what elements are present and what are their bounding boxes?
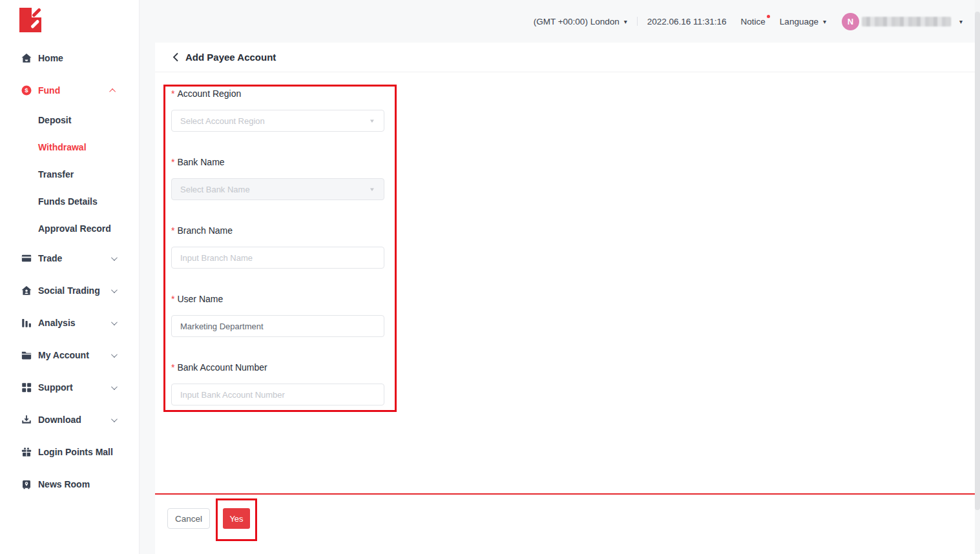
form-group-user-name: *User Name: [171, 294, 384, 337]
caret-down-icon: ▾: [959, 18, 963, 25]
scrollbar-track[interactable]: [975, 0, 980, 554]
user-menu[interactable]: N ▾: [842, 13, 963, 30]
social-trading-icon: [21, 285, 32, 296]
notification-dot: [767, 15, 770, 18]
chevron-down-icon: [111, 416, 118, 422]
brand-logo-icon[interactable]: [19, 8, 41, 32]
sidebar-subitem-label: Withdrawal: [38, 142, 87, 152]
chevron-up-icon: [109, 88, 116, 94]
caret-down-icon: ▾: [624, 18, 627, 25]
page-title: Add Payee Account: [185, 52, 276, 63]
home-icon: [21, 52, 32, 64]
gift-icon: [21, 446, 32, 458]
form-group-account-region: *Account Region Select Account Region ▼: [171, 88, 384, 132]
fund-submenu: Deposit Withdrawal Transfer Funds Detail…: [0, 107, 139, 242]
sidebar-item-news-room[interactable]: News Room: [0, 468, 139, 500]
download-icon: [21, 414, 32, 426]
branch-name-input[interactable]: [171, 247, 384, 269]
avatar: N: [842, 13, 859, 30]
page-header: Add Payee Account: [155, 43, 975, 72]
username-redacted: [862, 17, 951, 26]
footer-divider-line: [155, 493, 975, 495]
sidebar-item-label: Download: [38, 415, 81, 425]
notice-label: Notice: [741, 17, 766, 26]
notice-link[interactable]: Notice: [741, 17, 766, 26]
bank-name-label: *Bank Name: [171, 157, 384, 167]
sidebar-nav: Home $ Fund Deposit Withdrawal Transfer …: [0, 42, 139, 500]
required-marker: *: [171, 157, 174, 167]
chevron-down-icon: [111, 287, 118, 293]
user-name-input[interactable]: [171, 315, 384, 337]
sidebar-item-fund[interactable]: $ Fund: [0, 74, 139, 107]
sidebar-subitem-deposit[interactable]: Deposit: [0, 107, 139, 134]
sidebar-item-label: Analysis: [38, 318, 76, 328]
sidebar-item-my-account[interactable]: My Account: [0, 339, 139, 371]
folder-icon: [21, 349, 32, 361]
bank-name-select[interactable]: Select Bank Name ▼: [171, 178, 384, 200]
timezone-label: (GMT +00:00) London: [534, 17, 620, 26]
dollar-circle-icon: $: [21, 85, 32, 96]
account-region-placeholder: Select Account Region: [180, 116, 265, 126]
add-payee-form: *Account Region Select Account Region ▼ …: [171, 88, 384, 431]
server-datetime: 2022.06.16 11:31:16: [647, 17, 727, 26]
news-icon: [21, 478, 32, 490]
confirm-yes-button[interactable]: Yes: [223, 508, 250, 529]
required-marker: *: [171, 225, 174, 236]
sidebar: Home $ Fund Deposit Withdrawal Transfer …: [0, 0, 140, 554]
account-region-label: *Account Region: [171, 88, 384, 99]
sidebar-subitem-label: Deposit: [38, 115, 71, 125]
sidebar-item-label: Home: [38, 53, 63, 63]
sidebar-item-download[interactable]: Download: [0, 404, 139, 436]
timezone-dropdown[interactable]: (GMT +00:00) London ▾: [534, 17, 627, 26]
form-group-bank-account-number: *Bank Account Number: [171, 362, 384, 405]
grid-icon: [21, 382, 32, 393]
svg-text:$: $: [25, 87, 28, 94]
sidebar-subitem-label: Approval Record: [38, 223, 111, 234]
chevron-down-icon: [111, 384, 118, 390]
caret-down-icon: ▾: [823, 18, 826, 25]
branch-name-label: *Branch Name: [171, 225, 384, 236]
required-marker: *: [171, 294, 174, 304]
sidebar-item-label: My Account: [38, 350, 89, 360]
topbar-divider: [637, 17, 638, 26]
bank-name-placeholder: Select Bank Name: [180, 185, 250, 194]
sidebar-item-label: Fund: [38, 85, 60, 96]
sidebar-subitem-transfer[interactable]: Transfer: [0, 161, 139, 188]
sidebar-item-label: News Room: [38, 479, 90, 489]
sidebar-item-home[interactable]: Home: [0, 42, 139, 74]
bar-chart-icon: [21, 317, 32, 329]
form-group-branch-name: *Branch Name: [171, 225, 384, 269]
caret-down-icon: ▼: [369, 187, 375, 192]
sidebar-item-trade[interactable]: Trade: [0, 242, 139, 274]
sidebar-item-label: Support: [38, 382, 73, 393]
sidebar-subitem-approval-record[interactable]: Approval Record: [0, 215, 139, 242]
sidebar-item-label: Trade: [38, 253, 62, 263]
chevron-down-icon: [111, 319, 118, 325]
sidebar-item-analysis[interactable]: Analysis: [0, 307, 139, 339]
main-panel: Add Payee Account *Account Region Select…: [155, 43, 975, 554]
bank-account-number-input[interactable]: [171, 384, 384, 405]
sidebar-item-social-trading[interactable]: Social Trading: [0, 274, 139, 307]
annotation-box-yes: Yes: [216, 498, 257, 541]
scrollbar-thumb[interactable]: [975, 12, 980, 510]
sidebar-item-support[interactable]: Support: [0, 371, 139, 404]
account-region-select[interactable]: Select Account Region ▼: [171, 110, 384, 132]
sidebar-item-login-points-mall[interactable]: Login Points Mall: [0, 436, 139, 468]
language-dropdown[interactable]: Language ▾: [780, 17, 826, 26]
back-button[interactable]: [172, 52, 179, 62]
trade-icon: [21, 252, 32, 264]
chevron-left-icon: [172, 52, 179, 62]
sidebar-subitem-withdrawal[interactable]: Withdrawal: [0, 134, 139, 161]
chevron-down-icon: [111, 351, 118, 358]
cancel-button[interactable]: Cancel: [167, 508, 210, 529]
required-marker: *: [171, 88, 174, 99]
sidebar-item-label: Login Points Mall: [38, 447, 113, 457]
topbar: (GMT +00:00) London ▾ 2022.06.16 11:31:1…: [140, 0, 980, 43]
caret-down-icon: ▼: [369, 118, 375, 124]
required-marker: *: [171, 362, 174, 373]
chevron-down-icon: [111, 254, 118, 261]
user-name-label: *User Name: [171, 294, 384, 304]
sidebar-item-label: Social Trading: [38, 285, 100, 296]
sidebar-subitem-funds-details[interactable]: Funds Details: [0, 188, 139, 215]
bank-account-number-label: *Bank Account Number: [171, 362, 384, 373]
